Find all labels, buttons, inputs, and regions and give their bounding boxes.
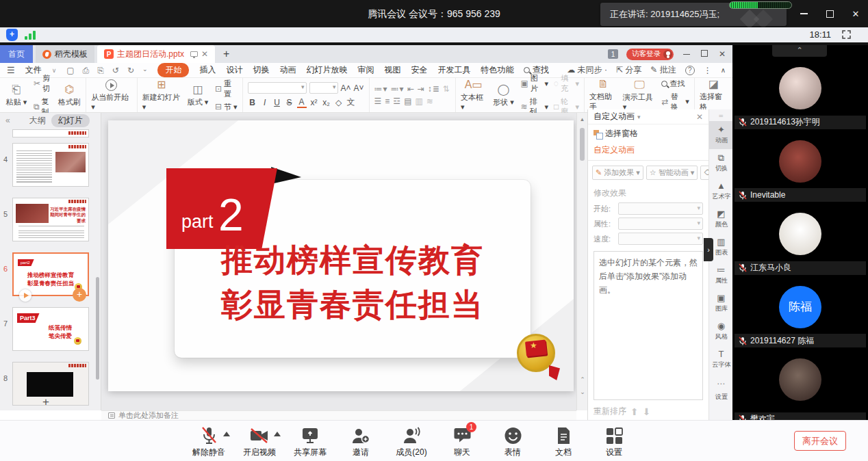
tab-slides[interactable]: 幻灯片 — [51, 114, 90, 127]
unmute-button[interactable]: 解除静音 — [186, 425, 231, 458]
paste-button[interactable]: ⎗粘贴 ▾ — [5, 83, 28, 107]
strip-color[interactable]: ◩颜色 — [709, 205, 733, 233]
collapse-panel-icon[interactable]: « — [5, 116, 10, 125]
wps-minimize-icon[interactable] — [682, 49, 691, 59]
fill-button[interactable]: ◌填充 ▾ — [554, 73, 579, 94]
slide-thumb-8[interactable] — [12, 362, 89, 406]
layout-button[interactable]: ◫版式 ▾ — [186, 83, 209, 107]
align-right-icon[interactable]: ☲ — [393, 96, 401, 106]
slide-thumb-7[interactable]: Part3 纸笺传情 笔尖传爱 — [12, 307, 89, 351]
menu-view[interactable]: 视图 — [384, 64, 400, 76]
strip-wordart[interactable]: ▲艺术字 — [709, 177, 733, 205]
mic-options-arrow[interactable] — [223, 432, 230, 436]
tab-home[interactable]: 首页 — [0, 45, 33, 63]
slide-title[interactable]: 推动榜样宣传教育 彰显青春责任担当 — [175, 238, 531, 328]
collapse-ribbon-icon[interactable]: ∧ — [721, 66, 726, 74]
doc-assistant-button[interactable]: 🗎文档助手 — [589, 78, 617, 112]
quick-access-toolbar[interactable]: ▢ ⎙ ⎘ ↺ ↻ ⌄ — [66, 66, 147, 75]
menu-animation[interactable]: 动画 — [279, 64, 296, 76]
guest-login-button[interactable]: 访客登录 — [626, 49, 674, 60]
custom-animation-tab[interactable]: 自定义动画 — [588, 141, 709, 161]
menu-security[interactable]: 安全 — [411, 64, 427, 76]
bullets-icon[interactable]: ≔▾ — [374, 84, 388, 94]
slide-thumb-partial[interactable] — [12, 129, 89, 137]
notification-badge[interactable]: 1 — [608, 49, 618, 59]
strip-settings[interactable]: 设置 — [709, 388, 733, 406]
video-options-arrow[interactable] — [274, 432, 281, 436]
font-color-button[interactable]: A — [297, 97, 307, 108]
indent-icon[interactable]: ⇥ — [418, 84, 425, 94]
add-effect-button[interactable]: ✎ 添加效果 ▾ — [592, 166, 643, 180]
picture-button[interactable]: ▣图片 ▾ — [521, 73, 549, 94]
help-icon[interactable]: ? — [685, 66, 695, 75]
participant-tile[interactable]: 樊欢宇 — [732, 352, 868, 420]
more-dots-icon[interactable]: ⋯ — [709, 379, 732, 388]
leave-meeting-button[interactable]: 离开会议 — [794, 431, 846, 451]
line-spacing-icon[interactable]: ↕≣ — [428, 84, 440, 94]
print-icon[interactable]: ⎘ — [97, 66, 104, 75]
scroll-up-icon[interactable]: ▴ — [577, 113, 587, 122]
play-from-current-button[interactable]: 从当前开始 ▾ — [91, 79, 131, 111]
menu-review[interactable]: 审阅 — [357, 64, 374, 76]
file-dropdown-icon[interactable]: ∨ — [52, 67, 57, 74]
lock-anchor-icon[interactable]: ⇅ — [443, 84, 450, 94]
align-left-icon[interactable]: ☰ — [374, 96, 383, 106]
network-signal-icon[interactable] — [25, 30, 37, 40]
numbering-icon[interactable]: ≕▾ — [391, 84, 405, 94]
share-screen-button[interactable]: 共享屏幕 — [288, 425, 333, 458]
replace-button[interactable]: ⇄替换 ▾ — [661, 92, 689, 112]
strip-transition[interactable]: ⧉切换 — [709, 149, 733, 177]
strip-handle-icon[interactable]: ＝ — [709, 109, 732, 121]
invite-button[interactable]: 邀请 — [338, 425, 383, 458]
text-effects-button[interactable]: 文 — [346, 96, 356, 108]
shape-button[interactable]: ◯形状 ▾ — [492, 83, 515, 107]
wps-close-icon[interactable]: ✕ — [717, 49, 727, 59]
share-button[interactable]: ⇱ 分享 — [616, 64, 641, 76]
distribute-icon[interactable]: ▥ — [415, 96, 423, 106]
section-button[interactable]: ⊟节 ▾ — [215, 102, 238, 112]
start-video-button[interactable]: 开启视频 — [237, 425, 282, 458]
strip-properties[interactable]: ≔属性 — [709, 261, 733, 289]
panel-close-icon[interactable]: ✕ — [696, 112, 703, 122]
emoji-button[interactable]: 表情 — [490, 425, 535, 458]
canvas-scrollbar[interactable]: ▴ ⌃ ⌄ — [576, 113, 587, 410]
menu-devtools[interactable]: 开发工具 — [437, 64, 470, 76]
redo-icon[interactable]: ↻ — [127, 66, 134, 75]
tab-docer[interactable]: 稻壳模板 — [36, 45, 94, 63]
close-icon[interactable]: ✕ — [850, 8, 861, 19]
undo-icon[interactable]: ↺ — [112, 66, 119, 75]
increase-font-button[interactable]: A˄ — [341, 83, 351, 93]
select-pane-row[interactable]: 选择窗格 — [588, 124, 709, 141]
protection-shield-icon[interactable] — [6, 29, 18, 41]
font-size-select[interactable] — [309, 82, 338, 94]
cut-button[interactable]: ✂剪切 — [34, 73, 52, 94]
font-family-select[interactable] — [248, 82, 307, 94]
members-button[interactable]: 成员(20) — [389, 425, 434, 458]
present-tools-button[interactable]: 🖵演示工具 ▾ — [623, 79, 656, 111]
menu-transition[interactable]: 切换 — [253, 64, 269, 76]
chat-button[interactable]: 1 聊天 — [439, 425, 485, 458]
add-slide-button[interactable]: + — [42, 395, 49, 409]
wps-restore-icon[interactable] — [700, 49, 709, 59]
strip-gallery[interactable]: ▣图库 — [709, 289, 733, 317]
new-tab-button[interactable]: + — [215, 45, 238, 63]
strip-cloudfont[interactable]: T云字体 — [709, 345, 733, 373]
bold-button[interactable]: B — [248, 98, 257, 107]
settings-button[interactable]: 设置 — [591, 425, 637, 458]
new-slide-button[interactable]: ⊞新建幻灯片 ▾ — [142, 79, 181, 111]
reset-button[interactable]: ⊡重置 — [215, 79, 238, 99]
previous-slide-icon[interactable]: ⌃ — [577, 376, 588, 383]
comment-button[interactable]: ✎ 批注 — [650, 64, 676, 76]
next-slide-icon[interactable]: ⌄ — [577, 388, 588, 395]
highlight-button[interactable]: ◇ — [334, 98, 344, 107]
decrease-font-button[interactable]: A˅ — [354, 83, 364, 93]
strip-animation[interactable]: ✦动画 — [709, 121, 733, 149]
participant-tile[interactable]: 陈福 2019114627 陈福 — [732, 279, 868, 352]
move-down-icon[interactable]: ⬇ — [643, 406, 651, 417]
menu-design[interactable]: 设计 — [226, 64, 242, 76]
subscript-button[interactable]: x₂ — [322, 98, 331, 107]
strikethrough-button[interactable]: S — [285, 98, 294, 107]
format-painter-button[interactable]: ⌬格式刷 — [58, 83, 81, 107]
close-tab-icon[interactable]: ✕ — [201, 49, 208, 59]
save-icon[interactable]: ▢ — [66, 66, 74, 75]
